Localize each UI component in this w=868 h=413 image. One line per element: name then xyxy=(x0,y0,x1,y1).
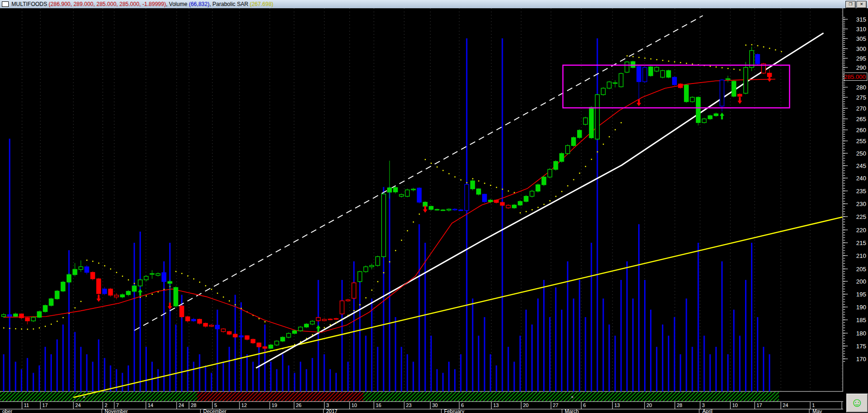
price-axis-label: 265 xyxy=(856,116,866,123)
sar-dot xyxy=(312,334,313,335)
volume-bar xyxy=(317,280,319,391)
sar-dot xyxy=(122,276,123,277)
candle-body xyxy=(91,273,95,279)
candle-body xyxy=(61,282,65,291)
candle-body xyxy=(126,291,130,295)
volume-bar xyxy=(122,373,123,392)
volume-bar xyxy=(175,324,177,391)
date-tick-label: 20 xyxy=(523,402,529,408)
volume-bar xyxy=(769,354,770,391)
candle-body xyxy=(435,209,439,210)
date-tick-label: 13 xyxy=(614,402,620,408)
sar-dot xyxy=(650,58,651,59)
candle-body xyxy=(584,118,588,124)
candle-body xyxy=(174,287,178,306)
sar-dot xyxy=(407,230,408,231)
volume-bar xyxy=(39,365,40,391)
candle-body xyxy=(269,345,273,348)
sar-dot xyxy=(187,275,188,276)
candle-body xyxy=(661,71,665,78)
date-tick-label: 19 xyxy=(272,402,277,408)
candle-body xyxy=(108,289,112,295)
volume-bar xyxy=(513,362,515,391)
sar-dot xyxy=(365,297,366,298)
candle-body xyxy=(500,202,504,205)
sar-dot xyxy=(288,346,289,347)
sar-dot xyxy=(419,213,420,214)
price-axis-label: 310 xyxy=(856,26,866,33)
volume-bar xyxy=(56,340,58,391)
price-axis-label: 230 xyxy=(856,201,866,207)
candle-body xyxy=(667,71,671,78)
date-tick-label: 11 xyxy=(24,402,29,408)
candle-body xyxy=(560,154,564,162)
candle-body xyxy=(702,119,706,123)
volume-bar xyxy=(686,299,687,392)
sar-dot xyxy=(264,321,265,322)
sar-dot xyxy=(324,327,325,328)
date-tick-label: 17 xyxy=(757,402,762,408)
date-tick-label: 30 xyxy=(432,402,438,408)
volume-bar xyxy=(157,369,159,391)
volume-bar xyxy=(282,354,284,391)
sar-dot xyxy=(460,179,461,180)
candle-body xyxy=(530,191,534,196)
trend-ribbon-down xyxy=(197,392,363,402)
smiley-indicator-button[interactable]: ☺ xyxy=(846,393,868,413)
month-label: May xyxy=(812,408,822,413)
sar-dot xyxy=(508,190,509,191)
volume-bar xyxy=(33,373,34,392)
candle-body xyxy=(441,210,445,211)
volume-bar xyxy=(371,299,373,392)
volume-bar xyxy=(496,365,497,391)
candle-body xyxy=(714,114,718,116)
price-axis-label: 275 xyxy=(856,94,866,101)
volume-bar xyxy=(680,354,681,391)
candle-body xyxy=(251,339,255,343)
sar-dot xyxy=(746,45,746,45)
candle-body xyxy=(293,331,297,334)
volume-bar xyxy=(668,336,669,392)
sar-dot xyxy=(692,63,693,64)
candle-body xyxy=(221,329,225,332)
price-axis-label: 220 xyxy=(856,227,866,234)
candle-body xyxy=(619,73,623,87)
candle-body xyxy=(209,325,213,326)
candle-body xyxy=(590,107,594,138)
sar-dot xyxy=(734,69,734,70)
sar-dot xyxy=(348,315,349,316)
date-tick-label: 3 xyxy=(702,402,705,408)
price-axis-label: 200 xyxy=(856,278,866,285)
price-chart-canvas[interactable]: ✕✕11172427142428512192631016233061320276… xyxy=(0,0,868,413)
candle-body xyxy=(203,324,207,326)
sar-dot xyxy=(555,196,556,197)
date-tick-label: 13 xyxy=(493,402,499,408)
price-axis-label: 245 xyxy=(856,162,866,169)
sar-dot xyxy=(502,189,503,190)
date-tick-label: 24 xyxy=(783,402,788,408)
volume-bar xyxy=(715,347,717,391)
candle-body xyxy=(720,80,724,106)
month-label: March xyxy=(565,408,579,413)
candle-body xyxy=(156,273,160,275)
date-tick-label: 7 xyxy=(116,402,119,408)
candle-body xyxy=(364,267,368,272)
sar-dot xyxy=(401,240,402,240)
sar-dot xyxy=(353,310,354,311)
candle-body xyxy=(73,269,77,274)
sar-dot xyxy=(597,151,598,152)
sar-dot xyxy=(573,179,574,180)
volume-bar xyxy=(300,362,301,391)
volume-bar xyxy=(234,295,236,391)
volume-bar xyxy=(27,358,28,391)
candle-body xyxy=(388,188,392,192)
price-axis-label: 195 xyxy=(856,291,866,298)
price-axis-label: 235 xyxy=(856,188,866,195)
sar-dot xyxy=(152,294,153,295)
candle-body xyxy=(518,201,522,205)
sar-dot xyxy=(544,204,545,205)
candle-body xyxy=(536,185,540,191)
price-axis-label: 225 xyxy=(856,213,866,220)
volume-bar xyxy=(401,347,402,391)
volume-bar xyxy=(597,39,598,392)
